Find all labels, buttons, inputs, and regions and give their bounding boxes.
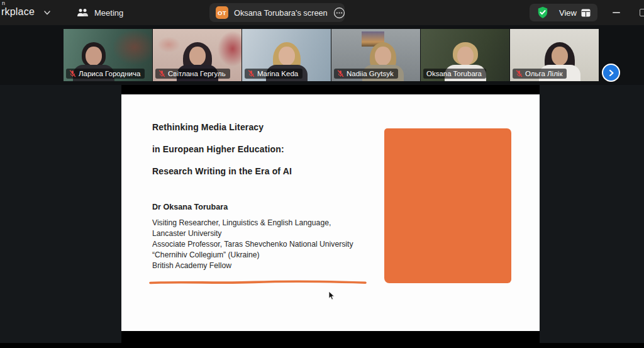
tab-shared-screen[interactable]: OT Oksana Torubara's screen — [209, 3, 345, 22]
orange-rectangle-shape — [384, 128, 511, 283]
participant-name-badge: Nadiia Grytsyk — [334, 69, 398, 79]
participant-name-badge: Ольга Лілік — [513, 69, 567, 79]
app-window: n rkplace Meeting OT Oksana Torubara's s… — [0, 0, 644, 348]
participant-name: Nadiia Grytsyk — [347, 70, 394, 77]
app-logo-fragment: rkplace — [1, 7, 35, 17]
participant-tile[interactable]: Лариса Городнича — [64, 29, 152, 81]
participant-filmstrip-list: Лариса Городнича Світлана Гергуль — [64, 29, 599, 81]
muted-mic-icon — [337, 70, 344, 77]
slide-affiliation-line: Lancaster University — [152, 228, 353, 239]
slide-title-line: in European Higher Education: — [152, 145, 292, 154]
slide-affiliation-line: Visiting Researcher, Linguistics & Engli… — [152, 218, 353, 228]
letterbox-bottom-bar — [0, 343, 644, 348]
people-group-icon — [77, 8, 89, 17]
participant-name: Oksana Torubara — [426, 70, 482, 77]
mouse-cursor — [328, 291, 335, 301]
app-logo-fragment-top: n — [2, 1, 35, 6]
tab-meeting[interactable]: Meeting — [70, 4, 130, 21]
orange-underline-stroke — [148, 279, 367, 286]
maximize-button[interactable] — [640, 9, 644, 16]
gallery-grid-icon — [581, 9, 591, 17]
chevron-right-icon — [608, 69, 615, 77]
slide-affiliation-line: “Chernihiv Collegium” (Ukraine) — [152, 250, 353, 261]
participant-name: Світлана Гергуль — [168, 70, 226, 77]
tab-meeting-label: Meeting — [94, 8, 123, 18]
shared-screen-area: Rethinking Media Literacy in European Hi… — [0, 85, 644, 343]
participant-tile[interactable]: Marina Keda — [242, 29, 331, 81]
shared-screen-viewport: Rethinking Media Literacy in European Hi… — [121, 85, 540, 343]
view-button-label: View — [559, 8, 577, 18]
slide-title: Rethinking Media Literacy in European Hi… — [152, 123, 292, 189]
slide-affiliation: Visiting Researcher, Linguistics & Engli… — [152, 218, 353, 271]
shield-check-icon — [536, 6, 549, 19]
participant-tile[interactable]: Світлана Гергуль — [153, 29, 242, 81]
tab-options-icon[interactable] — [333, 7, 345, 19]
next-participants-button[interactable] — [602, 64, 620, 82]
minimize-button[interactable] — [613, 12, 620, 13]
participant-name: Marina Keda — [257, 70, 298, 77]
muted-mic-icon — [516, 70, 523, 77]
participant-name-badge: Oksana Torubara — [423, 69, 486, 79]
muted-mic-icon — [158, 70, 165, 77]
muted-mic-icon — [248, 70, 255, 77]
participant-name: Ольга Лілік — [525, 70, 562, 77]
slide-title-line: Research Writing in the Era of AI — [152, 167, 292, 176]
participant-name: Лариса Городнича — [79, 70, 140, 77]
participant-tile[interactable]: Oksana Torubara — [421, 29, 509, 81]
tab-shared-screen-label: Oksana Torubara's screen — [234, 8, 328, 18]
slide-affiliation-line: British Academy Fellow — [152, 261, 353, 271]
app-logo: n rkplace — [1, 1, 35, 17]
title-bar: n rkplace Meeting OT Oksana Torubara's s… — [0, 0, 644, 25]
slide-affiliation-line: Associate Professor, Taras Shevchenko Na… — [152, 239, 353, 250]
participant-tile[interactable]: Ольга Лілік — [510, 29, 599, 81]
slide-title-line: Rethinking Media Literacy — [152, 123, 292, 132]
chevron-down-icon[interactable] — [43, 8, 52, 17]
participant-tile[interactable]: Nadiia Grytsyk — [331, 29, 420, 81]
participant-filmstrip: Лариса Городнича Світлана Гергуль — [0, 25, 644, 85]
presenter-initials-badge: OT — [216, 6, 228, 19]
participant-name-badge: Лариса Городнича — [66, 69, 145, 79]
slide-presenter-name: Dr Oksana Torubara — [152, 203, 228, 211]
participant-name-badge: Marina Keda — [245, 69, 303, 79]
presentation-slide: Rethinking Media Literacy in European Hi… — [121, 94, 540, 331]
view-button[interactable]: View — [530, 4, 597, 21]
participant-name-badge: Світлана Гергуль — [155, 69, 230, 79]
muted-mic-icon — [69, 70, 76, 77]
